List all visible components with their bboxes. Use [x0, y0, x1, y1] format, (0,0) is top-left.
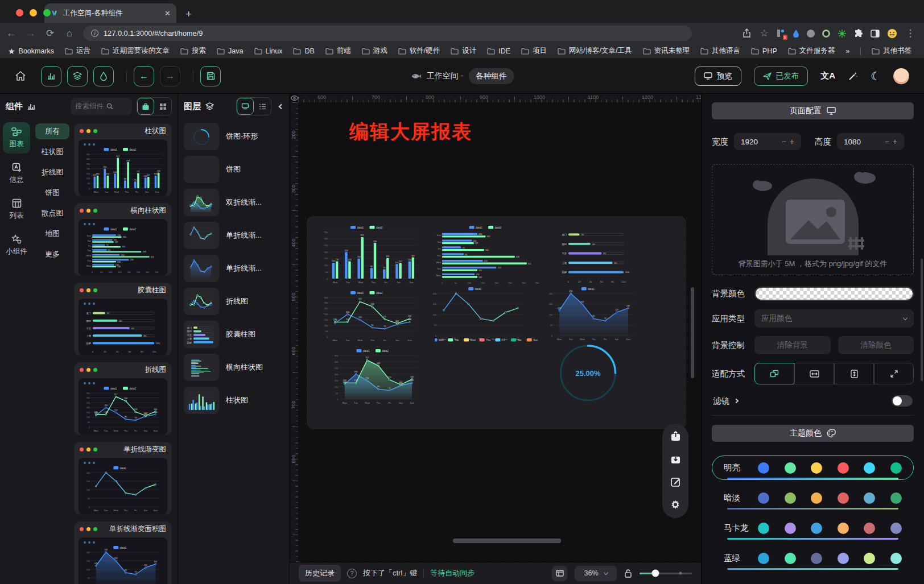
bookmark-folder[interactable]: 资讯未整理	[643, 46, 690, 56]
category-item[interactable]: 饼图	[35, 185, 69, 201]
clear-color-button[interactable]: 清除颜色	[838, 336, 914, 354]
layers-toolbar-button[interactable]	[67, 66, 88, 86]
bookmark-folder[interactable]: 近期需要读的文章	[101, 46, 170, 56]
height-stepper[interactable]: 1080−+	[837, 133, 904, 150]
app-type-select[interactable]: 应用颜色	[754, 309, 914, 328]
browser-menu-icon[interactable]: ⋮	[905, 27, 916, 39]
bookmark-folder[interactable]: 前端	[325, 46, 351, 56]
list-view-button[interactable]	[254, 98, 271, 115]
fit-scale-button[interactable]	[754, 363, 794, 384]
bookmark-folder[interactable]: 项目	[521, 46, 547, 56]
component-card[interactable]: 横向柱状图data1data2Sun130160Sat110117Fri7015…	[74, 203, 172, 276]
pie-widget[interactable]: MonTueWedThuFriSatSun	[435, 337, 540, 407]
home-icon[interactable]: ⌂	[64, 28, 75, 39]
capsule-widget[interactable]: 厦门20南阳40北京60上海80新疆100020406080100	[557, 226, 634, 283]
bookmark-folder[interactable]: 网站/博客/文章/工具	[558, 46, 632, 56]
publish-button[interactable]: 已发布	[754, 67, 808, 86]
layer-item[interactable]: 横向柱状图	[184, 353, 283, 382]
bg-color-swatch[interactable]	[754, 287, 914, 301]
filter-toolbar-button[interactable]	[93, 66, 114, 86]
ring-progress-widget[interactable]: 25.00%	[552, 342, 624, 404]
sidebar-item-2[interactable]: 信息	[3, 158, 30, 189]
dark-mode-moon-icon[interactable]: ☾	[871, 69, 881, 83]
forward-icon[interactable]: →	[25, 28, 36, 39]
increment-icon[interactable]: +	[891, 137, 899, 146]
language-icon[interactable]: 文A	[820, 71, 835, 81]
search-input[interactable]: 搜索组件	[71, 98, 132, 115]
close-window-button[interactable]	[16, 9, 23, 16]
edit-icon[interactable]	[670, 477, 681, 487]
config-scrollbar[interactable]	[921, 259, 923, 381]
background-upload-dropzone[interactable]: 背景图需小于 5M ，格式为 png/jpg/gif 的文件	[712, 164, 914, 275]
components-toolbar-button[interactable]	[41, 66, 61, 86]
profile-emoji-icon[interactable]	[887, 28, 897, 39]
bookmark-folder[interactable]: Linux	[254, 46, 283, 56]
category-item[interactable]: 柱状图	[35, 144, 69, 160]
back-icon[interactable]: ←	[6, 28, 17, 39]
bookmark-folder[interactable]: DB	[293, 46, 314, 56]
minimize-window-button[interactable]	[30, 9, 37, 16]
canvas-horizontal-scrollbar[interactable]	[453, 539, 561, 543]
bookmarks-overflow-button[interactable]: »	[845, 47, 849, 55]
canvas-text-widget[interactable]: 编辑大屏报表	[349, 119, 472, 145]
bookmarks-root[interactable]: ★Bookmarks	[8, 47, 54, 56]
theme-row-明亮[interactable]: 明亮	[712, 455, 914, 480]
single-list-view-button[interactable]	[137, 98, 154, 115]
component-card[interactable]: 单折线渐变面积图data1200150100500120200150807011…	[74, 521, 172, 584]
thumbnail-view-button[interactable]	[237, 98, 254, 115]
zoom-slider-knob[interactable]	[651, 570, 659, 577]
extension-drop-icon[interactable]	[793, 29, 799, 38]
split-view-icon[interactable]	[871, 30, 880, 38]
category-item[interactable]: 更多	[35, 246, 69, 262]
component-card[interactable]: 折线图data1data2350300250200150100500120200…	[74, 362, 172, 435]
extensions-puzzle-icon[interactable]	[854, 29, 863, 38]
user-avatar[interactable]	[893, 68, 909, 84]
fit-stretch-button[interactable]	[874, 363, 914, 384]
line-gradient-area-widget[interactable]: data12001501005001202001508070110130MonT…	[544, 286, 638, 341]
project-name-badge[interactable]: 各种组件	[468, 68, 514, 84]
bookmark-folder[interactable]: IDE	[487, 46, 510, 56]
hbar-widget[interactable]: data1data2Sun130160Sat110117Fri70155Thu8…	[431, 225, 545, 284]
lock-icon[interactable]	[624, 569, 632, 578]
line-widget[interactable]: data1data2350300250200150100500120200150…	[319, 290, 420, 342]
zoom-slider[interactable]	[640, 573, 692, 574]
bookmark-folder[interactable]: PHP	[751, 46, 777, 56]
settings-gear-icon[interactable]	[670, 499, 681, 511]
redo-button[interactable]: →	[160, 66, 180, 86]
decrement-icon[interactable]: −	[780, 137, 788, 146]
magic-wand-icon[interactable]	[848, 71, 858, 81]
theme-row-暗淡[interactable]: 暗淡	[712, 486, 914, 510]
layer-item[interactable]: 双折线渐...	[184, 188, 283, 217]
address-bar[interactable]: i 127.0.0.1:3000/#/chart/home/9	[83, 26, 692, 41]
width-stepper[interactable]: 1920−+	[734, 133, 801, 150]
app-home-icon[interactable]	[15, 71, 26, 81]
other-bookmarks-folder[interactable]: 其他书签	[872, 46, 911, 56]
fit-height-button[interactable]	[834, 363, 874, 384]
theme-row-马卡龙[interactable]: 马卡龙	[712, 516, 914, 540]
sidebar-item-3[interactable]: 列表	[3, 194, 30, 225]
filter-toggle[interactable]	[892, 395, 913, 407]
chevron-right-icon[interactable]	[734, 399, 739, 403]
bookmark-star-icon[interactable]: ☆	[758, 27, 770, 39]
browser-tab[interactable]: 工作空间-各种组件 ✕	[44, 3, 176, 23]
zoom-window-button[interactable]	[43, 9, 51, 16]
site-info-icon[interactable]: i	[91, 30, 98, 37]
layer-item[interactable]: 饼图-环形	[184, 122, 283, 151]
save-button[interactable]	[200, 66, 221, 86]
bookmark-folder[interactable]: 游戏	[362, 46, 387, 56]
layer-item[interactable]: 折线图	[184, 287, 283, 316]
preview-button[interactable]: 预览	[695, 67, 741, 86]
undo-button[interactable]: ←	[134, 66, 154, 86]
layer-item[interactable]: 柱状图	[184, 386, 283, 415]
component-card[interactable]: 胶囊柱图厦门20南阳40北京60上海80新疆100020406080100	[74, 283, 172, 355]
dashboard-preview[interactable]: data1data2350300250200150100500Mon120130…	[307, 216, 686, 429]
extension-ring-icon[interactable]	[822, 30, 830, 38]
share-icon[interactable]	[742, 28, 751, 38]
line-gradient-widget[interactable]: data1200150100500MonTueWedThuFriSatSun	[428, 286, 528, 341]
new-tab-button[interactable]: +	[185, 9, 192, 19]
component-card[interactable]: 单折线渐变图data1200150100500MonTueWedThuFriSa…	[74, 442, 172, 515]
bookmark-folder[interactable]: 软件/硬件	[398, 46, 440, 56]
category-item[interactable]: 地图	[35, 226, 69, 242]
bookmark-folder[interactable]: Java	[217, 46, 243, 56]
grid-view-button[interactable]	[154, 98, 171, 115]
